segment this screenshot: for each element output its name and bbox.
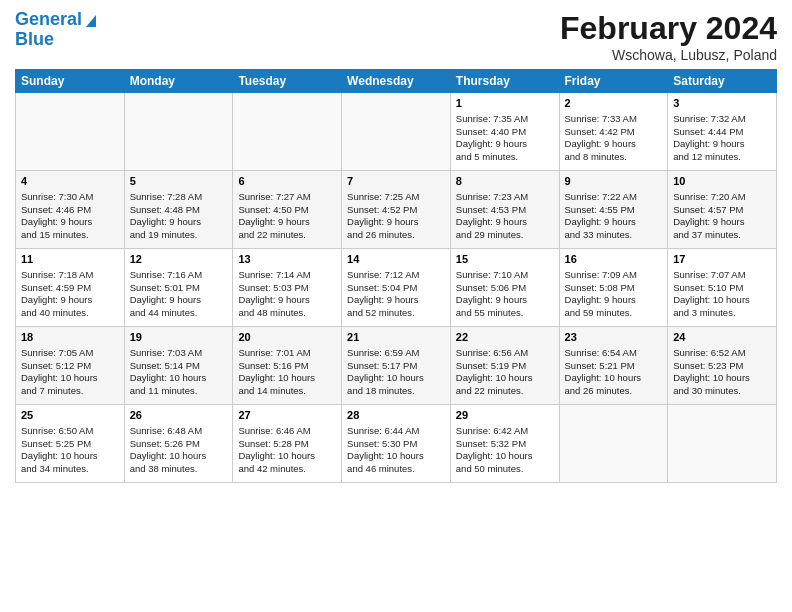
day-info: Sunrise: 7:22 AM Sunset: 4:55 PM Dayligh… xyxy=(565,191,663,242)
day-info: Sunrise: 7:12 AM Sunset: 5:04 PM Dayligh… xyxy=(347,269,445,320)
table-row: 23Sunrise: 6:54 AM Sunset: 5:21 PM Dayli… xyxy=(559,327,668,405)
day-info: Sunrise: 7:28 AM Sunset: 4:48 PM Dayligh… xyxy=(130,191,228,242)
table-row: 13Sunrise: 7:14 AM Sunset: 5:03 PM Dayli… xyxy=(233,249,342,327)
table-row: 28Sunrise: 6:44 AM Sunset: 5:30 PM Dayli… xyxy=(342,405,451,483)
day-number: 13 xyxy=(238,252,336,267)
day-number: 22 xyxy=(456,330,554,345)
day-number: 8 xyxy=(456,174,554,189)
table-row: 10Sunrise: 7:20 AM Sunset: 4:57 PM Dayli… xyxy=(668,171,777,249)
table-row: 4Sunrise: 7:30 AM Sunset: 4:46 PM Daylig… xyxy=(16,171,125,249)
day-number: 2 xyxy=(565,96,663,111)
day-info: Sunrise: 6:56 AM Sunset: 5:19 PM Dayligh… xyxy=(456,347,554,398)
table-row: 24Sunrise: 6:52 AM Sunset: 5:23 PM Dayli… xyxy=(668,327,777,405)
day-number: 7 xyxy=(347,174,445,189)
table-row xyxy=(233,93,342,171)
table-row: 21Sunrise: 6:59 AM Sunset: 5:17 PM Dayli… xyxy=(342,327,451,405)
day-number: 23 xyxy=(565,330,663,345)
table-row: 1Sunrise: 7:35 AM Sunset: 4:40 PM Daylig… xyxy=(450,93,559,171)
day-info: Sunrise: 6:59 AM Sunset: 5:17 PM Dayligh… xyxy=(347,347,445,398)
day-number: 28 xyxy=(347,408,445,423)
calendar-page: General Blue February 2024 Wschowa, Lubu… xyxy=(0,0,792,493)
day-number: 14 xyxy=(347,252,445,267)
location: Wschowa, Lubusz, Poland xyxy=(560,47,777,63)
day-number: 18 xyxy=(21,330,119,345)
day-info: Sunrise: 6:54 AM Sunset: 5:21 PM Dayligh… xyxy=(565,347,663,398)
logo-blue: Blue xyxy=(15,30,54,50)
table-row: 2Sunrise: 7:33 AM Sunset: 4:42 PM Daylig… xyxy=(559,93,668,171)
day-number: 9 xyxy=(565,174,663,189)
table-row: 26Sunrise: 6:48 AM Sunset: 5:26 PM Dayli… xyxy=(124,405,233,483)
day-number: 20 xyxy=(238,330,336,345)
table-row: 12Sunrise: 7:16 AM Sunset: 5:01 PM Dayli… xyxy=(124,249,233,327)
day-info: Sunrise: 7:25 AM Sunset: 4:52 PM Dayligh… xyxy=(347,191,445,242)
day-number: 10 xyxy=(673,174,771,189)
col-thursday: Thursday xyxy=(450,70,559,93)
table-row: 5Sunrise: 7:28 AM Sunset: 4:48 PM Daylig… xyxy=(124,171,233,249)
calendar-week-row: 25Sunrise: 6:50 AM Sunset: 5:25 PM Dayli… xyxy=(16,405,777,483)
day-info: Sunrise: 6:48 AM Sunset: 5:26 PM Dayligh… xyxy=(130,425,228,476)
table-row: 3Sunrise: 7:32 AM Sunset: 4:44 PM Daylig… xyxy=(668,93,777,171)
table-row xyxy=(16,93,125,171)
day-number: 17 xyxy=(673,252,771,267)
logo: General Blue xyxy=(15,10,100,50)
day-info: Sunrise: 7:05 AM Sunset: 5:12 PM Dayligh… xyxy=(21,347,119,398)
col-tuesday: Tuesday xyxy=(233,70,342,93)
day-info: Sunrise: 6:44 AM Sunset: 5:30 PM Dayligh… xyxy=(347,425,445,476)
day-number: 3 xyxy=(673,96,771,111)
day-info: Sunrise: 7:20 AM Sunset: 4:57 PM Dayligh… xyxy=(673,191,771,242)
calendar-table: Sunday Monday Tuesday Wednesday Thursday… xyxy=(15,69,777,483)
table-row: 27Sunrise: 6:46 AM Sunset: 5:28 PM Dayli… xyxy=(233,405,342,483)
day-number: 29 xyxy=(456,408,554,423)
table-row: 11Sunrise: 7:18 AM Sunset: 4:59 PM Dayli… xyxy=(16,249,125,327)
col-wednesday: Wednesday xyxy=(342,70,451,93)
day-info: Sunrise: 7:30 AM Sunset: 4:46 PM Dayligh… xyxy=(21,191,119,242)
day-number: 5 xyxy=(130,174,228,189)
table-row: 9Sunrise: 7:22 AM Sunset: 4:55 PM Daylig… xyxy=(559,171,668,249)
day-number: 12 xyxy=(130,252,228,267)
day-info: Sunrise: 6:52 AM Sunset: 5:23 PM Dayligh… xyxy=(673,347,771,398)
table-row: 7Sunrise: 7:25 AM Sunset: 4:52 PM Daylig… xyxy=(342,171,451,249)
table-row: 6Sunrise: 7:27 AM Sunset: 4:50 PM Daylig… xyxy=(233,171,342,249)
day-info: Sunrise: 6:50 AM Sunset: 5:25 PM Dayligh… xyxy=(21,425,119,476)
calendar-week-row: 18Sunrise: 7:05 AM Sunset: 5:12 PM Dayli… xyxy=(16,327,777,405)
table-row: 17Sunrise: 7:07 AM Sunset: 5:10 PM Dayli… xyxy=(668,249,777,327)
title-block: February 2024 Wschowa, Lubusz, Poland xyxy=(560,10,777,63)
month-year: February 2024 xyxy=(560,10,777,47)
day-number: 11 xyxy=(21,252,119,267)
day-info: Sunrise: 7:33 AM Sunset: 4:42 PM Dayligh… xyxy=(565,113,663,164)
table-row: 18Sunrise: 7:05 AM Sunset: 5:12 PM Dayli… xyxy=(16,327,125,405)
day-number: 15 xyxy=(456,252,554,267)
table-row: 20Sunrise: 7:01 AM Sunset: 5:16 PM Dayli… xyxy=(233,327,342,405)
table-row: 22Sunrise: 6:56 AM Sunset: 5:19 PM Dayli… xyxy=(450,327,559,405)
table-row xyxy=(559,405,668,483)
col-friday: Friday xyxy=(559,70,668,93)
day-number: 21 xyxy=(347,330,445,345)
header: General Blue February 2024 Wschowa, Lubu… xyxy=(15,10,777,63)
day-info: Sunrise: 7:32 AM Sunset: 4:44 PM Dayligh… xyxy=(673,113,771,164)
day-number: 19 xyxy=(130,330,228,345)
calendar-week-row: 1Sunrise: 7:35 AM Sunset: 4:40 PM Daylig… xyxy=(16,93,777,171)
day-info: Sunrise: 6:46 AM Sunset: 5:28 PM Dayligh… xyxy=(238,425,336,476)
table-row: 8Sunrise: 7:23 AM Sunset: 4:53 PM Daylig… xyxy=(450,171,559,249)
day-info: Sunrise: 6:42 AM Sunset: 5:32 PM Dayligh… xyxy=(456,425,554,476)
day-info: Sunrise: 7:18 AM Sunset: 4:59 PM Dayligh… xyxy=(21,269,119,320)
calendar-week-row: 11Sunrise: 7:18 AM Sunset: 4:59 PM Dayli… xyxy=(16,249,777,327)
logo-icon xyxy=(82,11,100,29)
col-monday: Monday xyxy=(124,70,233,93)
day-number: 24 xyxy=(673,330,771,345)
table-row: 25Sunrise: 6:50 AM Sunset: 5:25 PM Dayli… xyxy=(16,405,125,483)
col-saturday: Saturday xyxy=(668,70,777,93)
day-number: 6 xyxy=(238,174,336,189)
table-row xyxy=(124,93,233,171)
day-info: Sunrise: 7:35 AM Sunset: 4:40 PM Dayligh… xyxy=(456,113,554,164)
day-info: Sunrise: 7:10 AM Sunset: 5:06 PM Dayligh… xyxy=(456,269,554,320)
day-info: Sunrise: 7:01 AM Sunset: 5:16 PM Dayligh… xyxy=(238,347,336,398)
table-row: 19Sunrise: 7:03 AM Sunset: 5:14 PM Dayli… xyxy=(124,327,233,405)
table-row: 14Sunrise: 7:12 AM Sunset: 5:04 PM Dayli… xyxy=(342,249,451,327)
calendar-header-row: Sunday Monday Tuesday Wednesday Thursday… xyxy=(16,70,777,93)
day-number: 27 xyxy=(238,408,336,423)
logo-text: General xyxy=(15,10,82,30)
day-info: Sunrise: 7:09 AM Sunset: 5:08 PM Dayligh… xyxy=(565,269,663,320)
table-row xyxy=(668,405,777,483)
day-number: 25 xyxy=(21,408,119,423)
